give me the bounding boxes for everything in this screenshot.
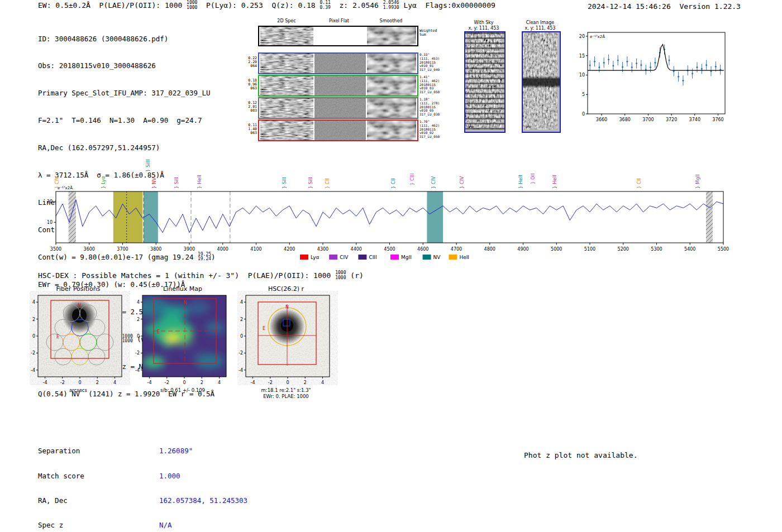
cutout-2d-row (258, 26, 418, 46)
pixelflat-panel (314, 54, 366, 73)
x-axis-ticks: 3500360037003800390040004100420043004400… (50, 243, 729, 252)
pixelflat-panel (314, 98, 366, 118)
legend-label: CIV (340, 255, 349, 260)
timestamp: 2024-12-14 15:46:26 Version 1.22.3 (588, 2, 741, 11)
emission-line-label: } NV (151, 178, 157, 189)
smoothed-panel (367, 54, 416, 73)
smoothed-panel (367, 98, 416, 118)
table-row: Separation1.26089" (38, 447, 247, 456)
noise-image (260, 98, 313, 118)
emission-line-label: } MgII (695, 174, 700, 189)
svg-text:5100: 5100 (584, 247, 595, 252)
col-title-smoothed: Smoothed (366, 18, 416, 23)
with-sky-coords: x, y: 111, 453 (458, 26, 509, 31)
cutout-2d-row (258, 52, 418, 74)
fiber-positions-plot: N E -4-4-2-2002244 (21, 291, 135, 394)
legend-label: CIII (369, 255, 376, 260)
flux-units-annotation: e⁻¹⁷x2Å (58, 185, 73, 190)
full-spectrum-plot: 3500360037003800390040004100420043004400… (47, 150, 732, 265)
clean-image-title: Clean Image (517, 20, 564, 25)
svg-text:3720: 3720 (666, 117, 677, 122)
row-value: 162.057384, 51.245303 (159, 496, 247, 505)
info-line-obs: Obs: 20180115v010_3000488626 (38, 61, 216, 70)
svg-text:4800: 4800 (484, 247, 495, 252)
emission-line-label: } Lyα (101, 176, 106, 189)
emission-line-label: } CIII (409, 173, 415, 185)
row-value: N/A (159, 521, 172, 529)
svg-text:2: 2 (304, 380, 307, 385)
svg-text:2: 2 (32, 317, 35, 322)
svg-text:5200: 5200 (618, 247, 629, 252)
lineflux-map-image: N E (136, 295, 226, 377)
emission-line-label: } OII (530, 173, 536, 184)
svg-text:4: 4 (113, 380, 116, 385)
lineflux-caption: s/b: 0.61 +/- 0.109 (126, 387, 240, 393)
noise-image (314, 98, 366, 118)
legend-swatch (358, 255, 366, 260)
svg-text:4: 4 (32, 300, 35, 305)
legend-swatch (423, 255, 431, 260)
svg-text:4100: 4100 (250, 247, 261, 252)
svg-text:20: 20 (579, 34, 585, 39)
svg-text:4300: 4300 (317, 247, 328, 252)
emission-line-label: } HeII (518, 175, 523, 189)
legend-swatch (329, 255, 337, 260)
noise-image (367, 27, 416, 45)
fiber-annotation: 1.70"(111, 462)20180115v010_02317_LU_050 (419, 120, 453, 139)
spec2d-panel (260, 98, 313, 118)
svg-text:3700: 3700 (642, 117, 654, 122)
stacked-fraction: 10001000 (187, 1, 197, 10)
svg-text:4500: 4500 (384, 247, 395, 252)
pixelflat-panel (314, 27, 366, 45)
svg-text:-2: -2 (135, 351, 140, 356)
svg-text:-4: -4 (135, 368, 140, 373)
hsc-r-image: N E (246, 295, 330, 377)
noise-image (314, 121, 366, 140)
legend-swatch (300, 255, 308, 260)
legend-label: NV (433, 255, 441, 260)
lineflux-map-plot: N E -4-4-2-2002244 (126, 291, 240, 394)
svg-text:4600: 4600 (417, 247, 428, 252)
svg-text:3500: 3500 (50, 247, 61, 252)
svg-text:0: 0 (183, 380, 185, 385)
svg-text:0: 0 (32, 334, 35, 339)
legend-swatch (390, 255, 399, 260)
emission-line-label: } CII (390, 178, 396, 189)
svg-text:0: 0 (286, 380, 289, 385)
pixelflat-panel (314, 76, 366, 95)
clean-image-coords: x, y: 111, 453 (517, 26, 564, 31)
row-label: RA, Dec (38, 497, 159, 505)
svg-text:2: 2 (137, 317, 140, 322)
svg-text:10: 10 (579, 73, 585, 78)
summary-line: EW: 0.5±0.2Å P(LAE)/P(OII): 1000 1000100… (38, 1, 495, 11)
spec2d-panel (260, 76, 313, 95)
svg-text:2: 2 (240, 317, 243, 322)
col-title-2dspec: 2D Spec (260, 18, 313, 23)
with-sky-title: With Sky (458, 20, 509, 25)
col-title-pixelflat: Pixel Flat (313, 18, 365, 23)
compass-north-label: N (285, 305, 289, 310)
svg-text:3900: 3900 (184, 247, 195, 252)
svg-text:-2: -2 (239, 351, 243, 356)
svg-text:0: 0 (240, 334, 243, 339)
emission-line-label: } HeII (552, 175, 557, 189)
cutout-2d-row (258, 75, 418, 97)
noise-image (367, 54, 416, 73)
hsc-caption-2: EWr: 0. PLAE: 1000 (229, 394, 343, 399)
svg-text:3660: 3660 (596, 117, 607, 122)
fiber-positions-image: N E (38, 295, 122, 377)
sky-stripes (465, 32, 504, 132)
compass-north-label: N (183, 300, 187, 305)
fiber-weights-label: 0.222.20064 (245, 56, 257, 68)
table-row: Match score1.000 (38, 472, 247, 481)
row-value: 1.000 (159, 472, 180, 480)
smoothed-panel (367, 27, 416, 45)
spec2d-panel (260, 121, 313, 140)
svg-text:0: 0 (582, 112, 585, 117)
clean-dark-band (523, 32, 560, 132)
stacked-fraction: 10001000 (335, 271, 346, 280)
hsc-match-line: HSC-DEX : Possible Matches = 1 (within +… (38, 271, 364, 281)
row-value: 1.26089" (159, 447, 193, 455)
noise-image (367, 121, 416, 140)
clean-image (522, 31, 561, 133)
